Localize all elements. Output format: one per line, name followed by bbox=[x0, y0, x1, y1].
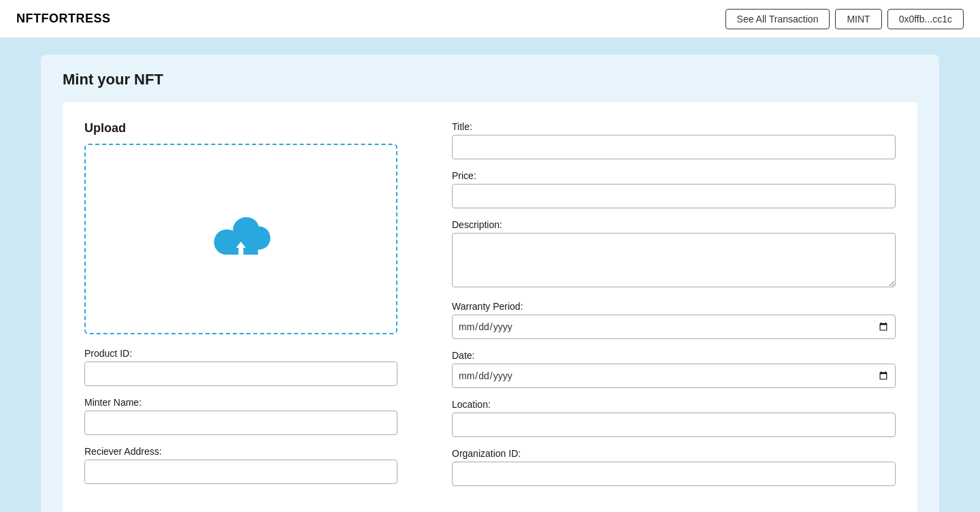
see-all-transaction-button[interactable]: See All Transaction bbox=[725, 9, 830, 29]
main-card: Mint your NFT Upload bbox=[41, 54, 939, 512]
wallet-address-button[interactable]: 0x0ffb...cc1c bbox=[887, 9, 964, 29]
mint-button[interactable]: MINT bbox=[835, 9, 881, 29]
product-id-label: Product ID: bbox=[84, 348, 411, 359]
main-content: Mint your NFT Upload bbox=[0, 38, 980, 512]
page-title: Mint your NFT bbox=[63, 71, 917, 89]
date-input[interactable] bbox=[452, 364, 896, 388]
warranty-period-group: Warranty Period: bbox=[452, 301, 896, 339]
header: NFTFORTRESS See All Transaction MINT 0x0… bbox=[0, 0, 980, 38]
upload-label: Upload bbox=[84, 121, 411, 135]
description-group: Description: bbox=[452, 219, 896, 290]
warranty-period-label: Warranty Period: bbox=[452, 301, 896, 312]
receiver-address-label: Reciever Address: bbox=[84, 446, 411, 457]
product-id-group: Product ID: bbox=[84, 348, 411, 386]
price-label: Price: bbox=[452, 170, 896, 181]
upload-icon-container bbox=[210, 215, 272, 263]
location-input[interactable] bbox=[452, 413, 896, 437]
left-column: Upload Product ID: bbox=[84, 121, 411, 497]
minter-name-label: Minter Name: bbox=[84, 397, 411, 408]
title-group: Title: bbox=[452, 121, 896, 159]
organization-id-group: Organization ID: bbox=[452, 448, 896, 486]
logo: NFTFORTRESS bbox=[16, 12, 111, 26]
warranty-period-input[interactable] bbox=[452, 315, 896, 339]
price-input[interactable] bbox=[452, 184, 896, 208]
location-group: Location: bbox=[452, 399, 896, 437]
minter-name-group: Minter Name: bbox=[84, 397, 411, 435]
title-input[interactable] bbox=[452, 135, 896, 159]
product-id-input[interactable] bbox=[84, 362, 397, 386]
price-group: Price: bbox=[452, 170, 896, 208]
date-label: Date: bbox=[452, 350, 896, 361]
location-label: Location: bbox=[452, 399, 896, 410]
upload-zone[interactable] bbox=[84, 144, 397, 334]
minter-name-input[interactable] bbox=[84, 411, 397, 435]
header-actions: See All Transaction MINT 0x0ffb...cc1c bbox=[725, 9, 964, 29]
title-label: Title: bbox=[452, 121, 896, 132]
receiver-address-group: Reciever Address: bbox=[84, 446, 411, 484]
right-column: Title: Price: Description: Warranty Peri… bbox=[452, 121, 896, 497]
receiver-address-input[interactable] bbox=[84, 460, 397, 484]
cloud-upload-icon bbox=[210, 215, 272, 263]
organization-id-input[interactable] bbox=[452, 462, 896, 486]
description-label: Description: bbox=[452, 219, 896, 230]
organization-id-label: Organization ID: bbox=[452, 448, 896, 459]
date-group: Date: bbox=[452, 350, 896, 388]
inner-card: Upload Product ID: bbox=[63, 102, 917, 512]
description-textarea[interactable] bbox=[452, 233, 896, 287]
